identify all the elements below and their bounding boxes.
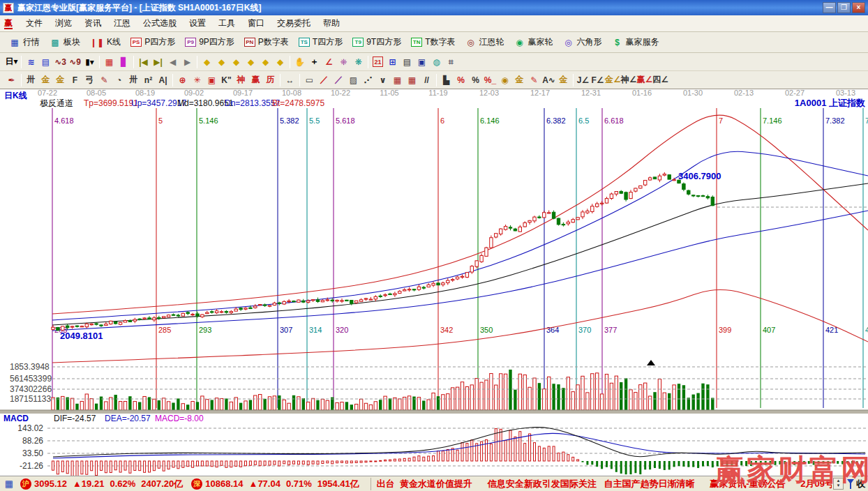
diamond-arrow-star-icon[interactable]: ◆ (258, 55, 273, 69)
calendar-grid-icon[interactable]: 历 (263, 73, 278, 87)
percent-icon[interactable]: % (468, 73, 483, 87)
memo-icon[interactable]: ▤ (38, 55, 53, 69)
frame-icon[interactable]: ▭ (302, 73, 317, 87)
9t-square-button[interactable]: T99T四方形 (347, 34, 406, 50)
gold-grid-icon[interactable]: 金 (38, 73, 53, 87)
menu-item-7[interactable]: 窗口 (241, 17, 271, 29)
k-quote-icon[interactable]: K" (219, 73, 234, 87)
calculator-icon[interactable]: ⊞ (385, 55, 400, 69)
target-star-icon[interactable]: ✳ (190, 73, 204, 87)
angle-gold-icon[interactable]: 金∠ (605, 73, 621, 87)
angle-measure-icon[interactable]: ∠ (322, 55, 336, 69)
pen-knife-icon[interactable]: ✒ (4, 73, 19, 87)
comb-grid-icon[interactable]: 卅 (24, 73, 38, 87)
menu-item-2[interactable]: 资讯 (78, 17, 107, 29)
remote-pc-icon[interactable]: ⌗ (444, 55, 458, 69)
kline-button[interactable]: ❙❚K线 (85, 34, 126, 50)
menu-item-1[interactable]: 浏览 (49, 17, 78, 29)
knife2-icon[interactable]: ✎ (97, 73, 112, 87)
f-grid-icon[interactable]: F (68, 73, 82, 87)
wave3-icon[interactable]: ∿3 (53, 55, 68, 69)
sectors-button[interactable]: ▩板块 (45, 34, 85, 50)
hatch-box-icon[interactable]: ▨ (346, 73, 361, 87)
menu-item-3[interactable]: 江恩 (107, 17, 137, 29)
a-wave-icon[interactable]: A∿ (541, 73, 556, 87)
close-button[interactable]: × (852, 2, 865, 13)
wave9-icon[interactable]: ∿9 (68, 55, 82, 69)
gann-wheel-button[interactable]: ◎江恩轮 (461, 34, 509, 50)
pct-slash-icon[interactable]: % (454, 73, 468, 87)
winner-service-button[interactable]: $赢家服务 (607, 34, 664, 50)
hexagon-button[interactable]: ◎六角形 (558, 34, 607, 50)
table-build-icon[interactable]: ▙ (439, 73, 454, 87)
gold-grid2-icon[interactable]: 金 (53, 73, 68, 87)
candle-type-dropdown-icon[interactable]: ▮▾ (82, 55, 97, 69)
t-table-button[interactable]: TNT数字表 (406, 34, 460, 50)
angle-win-icon[interactable]: 赢∠ (637, 73, 653, 87)
gold-line-icon[interactable]: 金 (512, 73, 527, 87)
nav-first-icon[interactable]: |◀ (136, 55, 151, 69)
9p-square-button[interactable]: P99P四方形 (180, 34, 239, 50)
ticker-spinner[interactable]: ▲▼ (833, 478, 844, 490)
menu-item-5[interactable]: 设置 (183, 17, 212, 29)
brain-pattern-icon[interactable]: ❋ (351, 55, 366, 69)
notepad-icon[interactable]: ▤ (400, 55, 414, 69)
target-box-icon[interactable]: ▣ (204, 73, 219, 87)
h-ruler-icon[interactable]: ↔ (283, 73, 297, 87)
n2-grid-icon[interactable]: n² (141, 73, 156, 87)
period-day-dropdown-icon[interactable]: 日▾ (4, 55, 19, 69)
bow-grid-icon[interactable]: 弓 (82, 73, 97, 87)
menu-item-9[interactable]: 帮助 (317, 17, 346, 29)
angle-four-icon[interactable]: 四∠ (652, 73, 668, 87)
color-histogram-icon[interactable]: ▊ (117, 55, 131, 69)
menu-item-8[interactable]: 交易委托 (271, 17, 317, 29)
wave-pattern-icon[interactable]: ≋ (24, 55, 38, 69)
gold-under-icon[interactable]: 金 (556, 73, 571, 87)
hand-tool-icon[interactable]: ✋ (292, 55, 307, 69)
nav-last-icon[interactable]: ▶| (151, 55, 165, 69)
win-grid-icon[interactable]: 赢 (248, 73, 263, 87)
red-grid1-icon[interactable]: ▦ (390, 73, 405, 87)
menu-item-6[interactable]: 工具 (212, 17, 241, 29)
diamond-arrow-cross-icon[interactable]: ◆ (244, 55, 258, 69)
angle-shen-icon[interactable]: 神∠ (621, 73, 637, 87)
brush-red-icon[interactable]: ✎ (527, 73, 541, 87)
p-table-button[interactable]: PNP数字表 (239, 34, 294, 50)
minimize-button[interactable]: — (823, 2, 836, 13)
fan-red-icon[interactable]: ／ (317, 73, 331, 87)
menu-item-0[interactable]: 文件 (20, 17, 49, 29)
target-cross-icon[interactable]: ⊕ (175, 73, 190, 87)
nav-prev-icon[interactable]: ◀ (165, 55, 180, 69)
angle-f-icon[interactable]: F∠ (590, 73, 605, 87)
vee-line-icon[interactable]: ∨ (375, 73, 390, 87)
news-ticker[interactable]: 出台 黄金水道价值提升 信息安全新政引发国际关注 自主国产趋势日渐清晰 赢家资讯… (371, 478, 832, 490)
chart-area[interactable]: 07-2208-0508-1909-0209-1710-0810-2211-05… (0, 89, 868, 476)
ray-lines-icon[interactable]: ⋰ (361, 73, 375, 87)
red-grid2-icon[interactable]: ▦ (405, 73, 419, 87)
save-icon[interactable]: ▣ (414, 55, 429, 69)
p-square-button[interactable]: PSP四方形 (126, 34, 180, 50)
calendar-icon[interactable]: 21 (373, 56, 383, 67)
diamond-arrow-right-icon[interactable]: ◆ (214, 55, 229, 69)
menu-item-4[interactable]: 公式选股 (137, 17, 183, 29)
diamond-arrow-left-icon[interactable]: ◆ (200, 55, 214, 69)
fan-purple-icon[interactable]: ／ (331, 73, 346, 87)
nav-next-icon[interactable]: ▶ (180, 55, 195, 69)
clock-grid-icon[interactable]: ◔ (112, 73, 126, 87)
kline-chart-canvas[interactable]: 07-2208-0508-1909-0209-1710-0810-2211-05… (0, 89, 868, 476)
red-pattern-icon[interactable]: ▦ (102, 55, 117, 69)
comb2-grid-icon[interactable]: 卅 (126, 73, 141, 87)
shen-grid-icon[interactable]: 神 (234, 73, 248, 87)
pct-under-icon[interactable]: %_ (483, 73, 497, 87)
slashes-icon[interactable]: // (419, 73, 434, 87)
angle-j-icon[interactable]: J∠ (576, 73, 590, 87)
quotes-button[interactable]: ▦行情 (4, 34, 45, 50)
a-line-icon[interactable]: A| (156, 73, 170, 87)
crosshair-tool-icon[interactable]: ＋ (307, 55, 322, 69)
t-square-button[interactable]: TST四方形 (294, 34, 347, 50)
winner-wheel-button[interactable]: ◉赢家轮 (509, 34, 558, 50)
gann-pattern-icon[interactable]: ❈ (336, 55, 351, 69)
maximize-button[interactable]: ❐ (837, 2, 851, 13)
diamond-arrow-v-icon[interactable]: ◆ (273, 55, 287, 69)
diamond-arrow-h-icon[interactable]: ◆ (229, 55, 244, 69)
